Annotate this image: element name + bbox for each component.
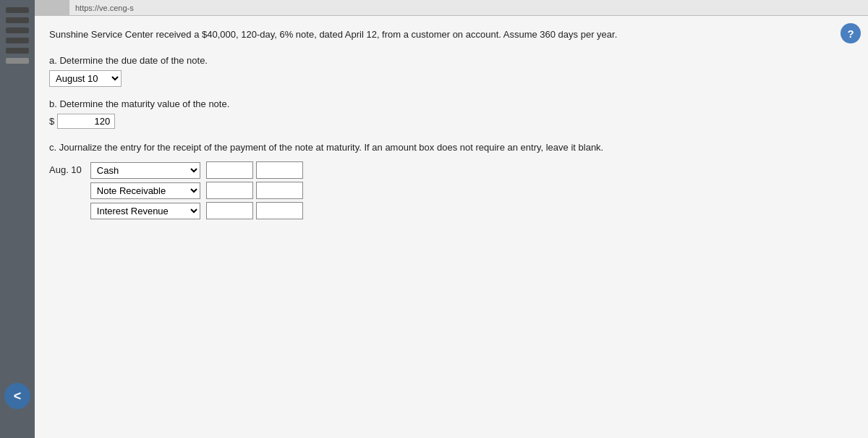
journal-rows: Cash Note Receivable Interest Revenue Ac… xyxy=(90,161,303,219)
sidebar-bar-4 xyxy=(6,38,29,43)
credit-input-2[interactable] xyxy=(256,182,303,199)
table-row: Cash Note Receivable Interest Revenue Ac… xyxy=(90,182,303,199)
debit-credit-group-3 xyxy=(206,202,303,219)
section-b: b. Determine the maturity value of the n… xyxy=(49,98,854,129)
help-button[interactable]: ? xyxy=(841,23,861,43)
left-sidebar: < xyxy=(0,0,35,438)
maturity-value-input[interactable] xyxy=(57,114,115,129)
debit-input-2[interactable] xyxy=(206,182,253,199)
dollar-prefix: $ xyxy=(49,116,54,127)
table-row: Cash Note Receivable Interest Revenue Ac… xyxy=(90,161,303,179)
sidebar-bar-2 xyxy=(6,17,29,23)
debit-input-1[interactable] xyxy=(206,161,253,179)
account-dropdown-3[interactable]: Cash Note Receivable Interest Revenue Ac… xyxy=(90,203,200,219)
back-button-container: < xyxy=(4,383,30,409)
section-a-label: a. Determine the due date of the note. xyxy=(49,55,854,66)
debit-credit-group-2 xyxy=(206,182,303,199)
journal-date-label: Aug. 10 xyxy=(49,161,82,175)
journal-entry-container: Aug. 10 Cash Note Receivable Interest Re… xyxy=(49,161,854,219)
sidebar-bar-1 xyxy=(6,7,29,13)
section-c: c. Journalize the entry for the receipt … xyxy=(49,140,854,220)
credit-input-3[interactable] xyxy=(256,202,303,219)
due-date-dropdown[interactable]: August 10 August 11 August 12 August 9 xyxy=(49,70,122,87)
debit-input-3[interactable] xyxy=(206,202,253,219)
table-row: Cash Note Receivable Interest Revenue Ac… xyxy=(90,202,303,219)
section-c-label: c. Journalize the entry for the receipt … xyxy=(49,140,854,155)
section-b-label: b. Determine the maturity value of the n… xyxy=(49,98,854,109)
credit-input-1[interactable] xyxy=(256,161,303,179)
back-button[interactable]: < xyxy=(4,383,30,409)
url-bar: https://ve.ceng-s xyxy=(69,0,868,16)
maturity-value-group: $ xyxy=(49,114,854,129)
sidebar-bar-5 xyxy=(6,48,29,54)
content-area: ? Sunshine Service Center received a $40… xyxy=(35,16,868,438)
section-a: a. Determine the due date of the note. A… xyxy=(49,55,854,87)
sidebar-bar-3 xyxy=(6,28,29,33)
debit-credit-group-1 xyxy=(206,161,303,179)
account-dropdown-2[interactable]: Cash Note Receivable Interest Revenue Ac… xyxy=(90,182,200,199)
url-text: https://ve.ceng-s xyxy=(75,4,134,12)
sidebar-bar-6 xyxy=(6,58,29,64)
account-dropdown-1[interactable]: Cash Note Receivable Interest Revenue Ac… xyxy=(90,162,200,179)
question-text: Sunshine Service Center received a $40,0… xyxy=(49,28,854,42)
